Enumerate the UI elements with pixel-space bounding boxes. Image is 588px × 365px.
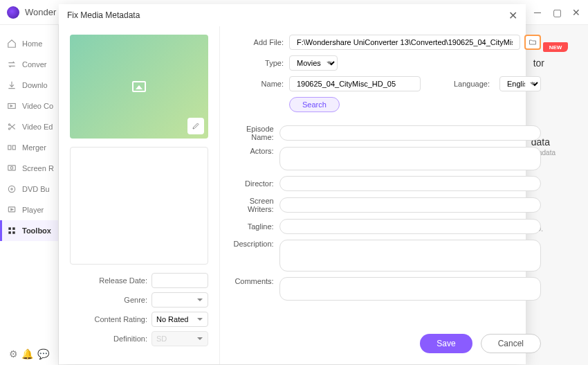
folder-icon [528, 38, 538, 46]
dialog-title: Fix Media Metadata [67, 10, 140, 20]
sidebar-item-merger[interactable]: Merger [0, 137, 58, 158]
screen-writers-input[interactable] [279, 197, 541, 213]
sidebar-item-screen-recorder[interactable]: Screen R [0, 158, 58, 179]
comments-label: Comments: [227, 277, 279, 285]
sidebar-label-player: Player [22, 206, 44, 214]
browse-folder-button[interactable] [524, 35, 541, 50]
svg-point-1 [8, 124, 10, 125]
sidebar-item-video-compressor[interactable]: Video Co [0, 96, 58, 116]
tagline-input[interactable] [279, 219, 541, 234]
episode-name-input[interactable] [279, 125, 541, 141]
maximize-button[interactable]: ▢ [552, 8, 562, 17]
type-label: Type: [227, 59, 289, 67]
svg-point-2 [8, 128, 10, 130]
fix-metadata-dialog: Fix Media Metadata ✕ Release Date: Genre… [59, 4, 526, 364]
edit-thumbnail-button[interactable] [187, 118, 204, 134]
app-logo [7, 6, 19, 19]
screen-recorder-icon [7, 163, 17, 173]
name-input[interactable] [289, 76, 421, 91]
svg-rect-10 [8, 227, 11, 230]
sidebar-label-toolbox: Toolbox [22, 226, 51, 235]
definition-select[interactable]: SD [151, 331, 208, 346]
sidebar-label-recorder: Screen R [22, 164, 54, 172]
actors-label: Actors: [227, 147, 279, 155]
sidebar-label-downloader: Downlo [22, 81, 48, 89]
sidebar-item-home[interactable]: Home [0, 33, 58, 54]
dialog-header: Fix Media Metadata ✕ [59, 4, 526, 26]
home-icon [7, 39, 17, 48]
svg-point-8 [11, 188, 12, 190]
toolbox-icon [7, 226, 17, 235]
dialog-footer: Save Cancel [420, 334, 541, 353]
svg-rect-11 [12, 227, 15, 230]
dialog-close-button[interactable]: ✕ [508, 9, 517, 22]
window-controls: ─ ▢ ✕ [533, 8, 581, 17]
content-rating-select[interactable]: No Rated [151, 312, 208, 327]
scissors-icon [7, 122, 17, 132]
disc-icon [7, 184, 17, 194]
language-select[interactable]: English [499, 76, 541, 91]
release-date-label: Release Date: [99, 276, 147, 285]
cancel-button[interactable]: Cancel [481, 334, 541, 353]
comments-input[interactable] [279, 277, 541, 301]
definition-label: Definition: [113, 335, 147, 343]
settings-icon[interactable]: ⚙ [9, 348, 18, 359]
director-label: Director: [227, 179, 279, 188]
media-thumbnail [70, 35, 208, 139]
sidebar: Home Conver Downlo Video Co Video Ed Mer… [0, 25, 59, 365]
genre-select[interactable] [151, 292, 208, 308]
save-button[interactable]: Save [420, 334, 472, 353]
sidebar-item-converter[interactable]: Conver [0, 54, 58, 75]
svg-rect-3 [8, 145, 11, 150]
notification-icon[interactable]: 🔔 [21, 348, 33, 359]
pencil-icon [192, 122, 200, 130]
sidebar-item-video-editor[interactable]: Video Ed [0, 116, 58, 137]
converter-icon [7, 60, 17, 69]
play-icon [7, 205, 17, 215]
dialog-right-pane: Add File: Type: Movies Name: Langu [220, 26, 553, 364]
description-input[interactable] [279, 240, 541, 271]
type-select[interactable]: Movies [289, 55, 338, 71]
svg-rect-12 [8, 231, 11, 234]
content-rating-label: Content Rating: [95, 315, 147, 323]
sidebar-item-player[interactable]: Player [0, 199, 58, 220]
add-file-label: Add File: [227, 38, 289, 46]
search-button[interactable]: Search [289, 97, 340, 112]
sidebar-item-dvd-burner[interactable]: DVD Bu [0, 179, 58, 199]
episode-name-label: Episode Name: [227, 125, 279, 141]
svg-point-7 [8, 186, 15, 192]
svg-point-6 [10, 167, 13, 170]
sidebar-label-compressor: Video Co [22, 102, 53, 110]
minimize-button[interactable]: ─ [533, 8, 542, 17]
close-window-button[interactable]: ✕ [571, 8, 581, 17]
app-name: Wonder [25, 7, 56, 17]
description-label: Description: [227, 240, 279, 248]
image-placeholder-icon [132, 81, 146, 92]
sidebar-label-dvd: DVD Bu [22, 185, 50, 193]
search-results-box [70, 147, 208, 265]
dialog-body: Release Date: Genre: Content Rating:No R… [59, 26, 526, 364]
feedback-icon[interactable]: 💬 [37, 348, 49, 359]
director-input[interactable] [279, 176, 541, 191]
screen-writers-label: Screen Writers: [227, 197, 279, 213]
dialog-left-pane: Release Date: Genre: Content Rating:No R… [59, 26, 220, 364]
sidebar-bottom-icons: ⚙ 🔔 💬 [0, 348, 58, 359]
actors-input[interactable] [279, 147, 541, 170]
download-icon [7, 80, 17, 90]
sidebar-label-converter: Conver [22, 60, 46, 69]
merger-icon [7, 143, 17, 152]
add-file-input[interactable] [289, 35, 520, 50]
svg-rect-13 [12, 231, 15, 234]
compressor-icon [7, 101, 17, 111]
release-date-input[interactable] [151, 273, 208, 288]
sidebar-label-editor: Video Ed [22, 123, 53, 131]
sidebar-item-downloader[interactable]: Downlo [0, 75, 58, 96]
sidebar-label-merger: Merger [22, 143, 46, 152]
left-meta-rows: Release Date: Genre: Content Rating:No R… [70, 273, 208, 350]
language-label: Language: [433, 80, 495, 88]
sidebar-item-toolbox[interactable]: Toolbox [0, 220, 58, 241]
genre-label: Genre: [124, 296, 147, 304]
svg-rect-5 [8, 166, 16, 170]
name-label: Name: [227, 80, 289, 88]
sidebar-label-home: Home [22, 39, 42, 48]
